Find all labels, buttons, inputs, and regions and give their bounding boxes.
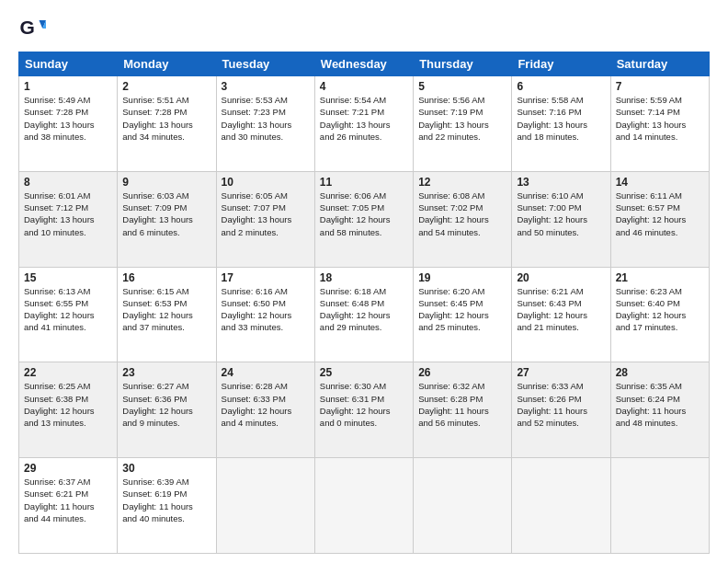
calendar-cell: 9Sunrise: 6:03 AM Sunset: 7:09 PM Daylig…	[118, 171, 216, 267]
calendar-cell	[512, 458, 610, 554]
day-info: Sunrise: 6:16 AM Sunset: 6:50 PM Dayligh…	[222, 285, 310, 334]
day-info: Sunrise: 6:18 AM Sunset: 6:48 PM Dayligh…	[320, 285, 408, 334]
day-number: 23	[122, 366, 210, 379]
day-number: 22	[24, 366, 112, 379]
day-number: 4	[320, 80, 408, 93]
calendar-cell: 18Sunrise: 6:18 AM Sunset: 6:48 PM Dayli…	[314, 267, 413, 362]
day-number: 24	[222, 366, 310, 379]
day-number: 20	[517, 271, 605, 284]
calendar-cell: 30Sunrise: 6:39 AM Sunset: 6:19 PM Dayli…	[118, 458, 216, 554]
day-number: 12	[418, 176, 506, 189]
day-info: Sunrise: 6:21 AM Sunset: 6:43 PM Dayligh…	[517, 285, 605, 334]
calendar-cell: 3Sunrise: 5:53 AM Sunset: 7:23 PM Daylig…	[216, 76, 314, 172]
day-number: 11	[320, 176, 408, 189]
day-number: 2	[122, 80, 210, 93]
day-info: Sunrise: 6:35 AM Sunset: 6:24 PM Dayligh…	[616, 380, 704, 429]
week-row-5: 29Sunrise: 6:37 AM Sunset: 6:21 PM Dayli…	[19, 458, 710, 554]
day-info: Sunrise: 6:27 AM Sunset: 6:36 PM Dayligh…	[122, 380, 210, 429]
calendar-cell: 5Sunrise: 5:56 AM Sunset: 7:19 PM Daylig…	[414, 76, 512, 172]
day-info: Sunrise: 6:32 AM Sunset: 6:28 PM Dayligh…	[418, 380, 506, 429]
day-number: 15	[24, 271, 112, 284]
calendar-cell: 11Sunrise: 6:06 AM Sunset: 7:05 PM Dayli…	[314, 171, 413, 267]
day-number: 14	[616, 176, 704, 189]
weekday-header-monday: Monday	[118, 52, 216, 76]
calendar-cell	[314, 458, 413, 554]
day-number: 13	[517, 176, 605, 189]
day-number: 5	[418, 80, 506, 93]
calendar-cell: 20Sunrise: 6:21 AM Sunset: 6:43 PM Dayli…	[512, 267, 610, 362]
day-info: Sunrise: 6:39 AM Sunset: 6:19 PM Dayligh…	[122, 476, 210, 524]
calendar-cell: 21Sunrise: 6:23 AM Sunset: 6:40 PM Dayli…	[610, 267, 709, 362]
calendar-cell: 23Sunrise: 6:27 AM Sunset: 6:36 PM Dayli…	[118, 362, 216, 458]
calendar-cell: 6Sunrise: 5:58 AM Sunset: 7:16 PM Daylig…	[512, 76, 610, 172]
week-row-2: 8Sunrise: 6:01 AM Sunset: 7:12 PM Daylig…	[19, 171, 710, 267]
day-info: Sunrise: 6:28 AM Sunset: 6:33 PM Dayligh…	[222, 380, 310, 429]
day-number: 17	[222, 271, 310, 284]
page: G SundayMondayTuesdayWednesdayThursdayFr…	[0, 0, 728, 563]
calendar-table: SundayMondayTuesdayWednesdayThursdayFrid…	[18, 52, 710, 554]
calendar-cell: 19Sunrise: 6:20 AM Sunset: 6:45 PM Dayli…	[414, 267, 512, 362]
day-info: Sunrise: 6:06 AM Sunset: 7:05 PM Dayligh…	[320, 190, 408, 238]
calendar-cell: 29Sunrise: 6:37 AM Sunset: 6:21 PM Dayli…	[19, 458, 118, 554]
day-info: Sunrise: 6:13 AM Sunset: 6:55 PM Dayligh…	[24, 285, 112, 334]
calendar-cell: 12Sunrise: 6:08 AM Sunset: 7:02 PM Dayli…	[414, 171, 512, 267]
weekday-header-sunday: Sunday	[19, 52, 118, 76]
calendar-cell	[414, 458, 512, 554]
day-info: Sunrise: 6:20 AM Sunset: 6:45 PM Dayligh…	[418, 285, 506, 334]
day-info: Sunrise: 6:37 AM Sunset: 6:21 PM Dayligh…	[24, 476, 112, 524]
day-info: Sunrise: 6:01 AM Sunset: 7:12 PM Dayligh…	[24, 190, 112, 238]
calendar-cell: 1Sunrise: 5:49 AM Sunset: 7:28 PM Daylig…	[19, 76, 118, 172]
day-number: 1	[24, 80, 112, 93]
weekday-header-thursday: Thursday	[414, 52, 512, 76]
calendar-cell: 24Sunrise: 6:28 AM Sunset: 6:33 PM Dayli…	[216, 362, 314, 458]
calendar-cell: 13Sunrise: 6:10 AM Sunset: 7:00 PM Dayli…	[512, 171, 610, 267]
day-info: Sunrise: 6:25 AM Sunset: 6:38 PM Dayligh…	[24, 380, 112, 429]
day-number: 6	[517, 80, 605, 93]
calendar-cell: 10Sunrise: 6:05 AM Sunset: 7:07 PM Dayli…	[216, 171, 314, 267]
calendar-cell: 4Sunrise: 5:54 AM Sunset: 7:21 PM Daylig…	[314, 76, 413, 172]
calendar-cell: 15Sunrise: 6:13 AM Sunset: 6:55 PM Dayli…	[19, 267, 118, 362]
day-number: 8	[24, 176, 112, 189]
day-info: Sunrise: 5:53 AM Sunset: 7:23 PM Dayligh…	[222, 94, 310, 143]
day-number: 19	[418, 271, 506, 284]
calendar-cell	[610, 458, 709, 554]
calendar-cell: 17Sunrise: 6:16 AM Sunset: 6:50 PM Dayli…	[216, 267, 314, 362]
day-number: 25	[320, 366, 408, 379]
calendar-cell	[216, 458, 314, 554]
day-info: Sunrise: 6:03 AM Sunset: 7:09 PM Dayligh…	[122, 190, 210, 238]
day-number: 9	[122, 176, 210, 189]
header: G	[18, 15, 710, 42]
week-row-4: 22Sunrise: 6:25 AM Sunset: 6:38 PM Dayli…	[19, 362, 710, 458]
day-number: 21	[616, 271, 704, 284]
calendar-cell: 27Sunrise: 6:33 AM Sunset: 6:26 PM Dayli…	[512, 362, 610, 458]
calendar-cell: 22Sunrise: 6:25 AM Sunset: 6:38 PM Dayli…	[19, 362, 118, 458]
calendar-cell: 25Sunrise: 6:30 AM Sunset: 6:31 PM Dayli…	[314, 362, 413, 458]
calendar-cell: 2Sunrise: 5:51 AM Sunset: 7:28 PM Daylig…	[118, 76, 216, 172]
day-number: 27	[517, 366, 605, 379]
weekday-header-row: SundayMondayTuesdayWednesdayThursdayFrid…	[19, 52, 710, 76]
day-info: Sunrise: 5:59 AM Sunset: 7:14 PM Dayligh…	[616, 94, 704, 143]
day-number: 29	[24, 462, 112, 475]
day-info: Sunrise: 6:05 AM Sunset: 7:07 PM Dayligh…	[222, 190, 310, 238]
day-info: Sunrise: 5:49 AM Sunset: 7:28 PM Dayligh…	[24, 94, 112, 143]
weekday-header-saturday: Saturday	[610, 52, 709, 76]
day-number: 30	[122, 462, 210, 475]
day-info: Sunrise: 5:56 AM Sunset: 7:19 PM Dayligh…	[418, 94, 506, 143]
day-number: 26	[418, 366, 506, 379]
day-number: 18	[320, 271, 408, 284]
day-info: Sunrise: 6:11 AM Sunset: 6:57 PM Dayligh…	[616, 190, 704, 238]
calendar-cell: 16Sunrise: 6:15 AM Sunset: 6:53 PM Dayli…	[118, 267, 216, 362]
calendar-cell: 14Sunrise: 6:11 AM Sunset: 6:57 PM Dayli…	[610, 171, 709, 267]
week-row-1: 1Sunrise: 5:49 AM Sunset: 7:28 PM Daylig…	[19, 76, 710, 172]
weekday-header-friday: Friday	[512, 52, 610, 76]
calendar-cell: 28Sunrise: 6:35 AM Sunset: 6:24 PM Dayli…	[610, 362, 709, 458]
weekday-header-wednesday: Wednesday	[314, 52, 413, 76]
calendar-cell: 26Sunrise: 6:32 AM Sunset: 6:28 PM Dayli…	[414, 362, 512, 458]
day-number: 10	[222, 176, 310, 189]
week-row-3: 15Sunrise: 6:13 AM Sunset: 6:55 PM Dayli…	[19, 267, 710, 362]
day-info: Sunrise: 5:58 AM Sunset: 7:16 PM Dayligh…	[517, 94, 605, 143]
day-info: Sunrise: 6:33 AM Sunset: 6:26 PM Dayligh…	[517, 380, 605, 429]
weekday-header-tuesday: Tuesday	[216, 52, 314, 76]
day-info: Sunrise: 5:54 AM Sunset: 7:21 PM Dayligh…	[320, 94, 408, 143]
svg-text:G: G	[20, 17, 35, 38]
